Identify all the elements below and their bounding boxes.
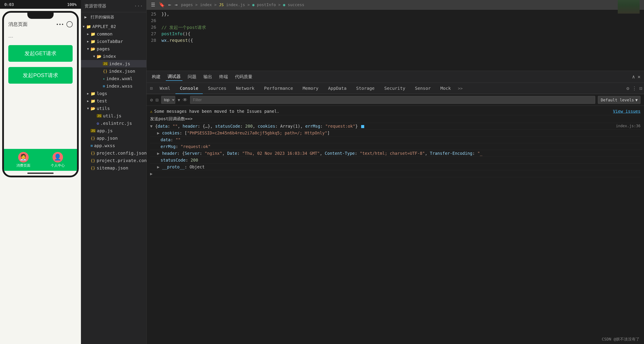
tab-wxml[interactable]: Wxml <box>155 83 174 94</box>
console-clear-icon[interactable]: ⊘ <box>150 97 153 103</box>
post-request-button[interactable]: 发起POST请求 <box>8 67 72 84</box>
tree-project-private[interactable]: {} project.private.config.js... <box>81 157 146 164</box>
tree-project-config[interactable]: {} project.config.json <box>81 149 146 157</box>
tree-index-wxss[interactable]: ⊞ index.wxss <box>81 82 146 90</box>
file-explorer: 资源管理器 ··· ▶ 打开的编辑器 ▼ 📁 APPLET_02 ▶ 📁 com… <box>81 0 146 344</box>
tree-index-json[interactable]: {} index.json <box>81 68 146 75</box>
tree-index-wxml[interactable]: ✦ index.wxml <box>81 75 146 82</box>
close-devtools-icon[interactable]: ✕ <box>638 74 640 80</box>
logs-folder-icon: 📁 <box>90 91 96 96</box>
nav-forward-icon[interactable]: → <box>174 2 178 8</box>
line-num-27: 27 <box>146 31 160 36</box>
console-line-proto: ▶ __proto__: Object <box>150 164 640 170</box>
default-levels-button[interactable]: Default levels ▼ <box>598 96 640 104</box>
tree-app-wxss[interactable]: ⊞ app.wxss <box>81 142 146 149</box>
console-log-text-1: 发送post回调函数==> <box>150 116 192 121</box>
tab-appdata[interactable]: AppData <box>324 83 351 94</box>
console-context-select[interactable]: top <box>161 96 175 104</box>
tree-app-json[interactable]: {} app.json <box>81 134 146 142</box>
open-editors-section[interactable]: ▶ 打开的编辑器 <box>81 12 146 22</box>
console-line-errmsg: errMsg: "request:ok" <box>150 143 640 150</box>
get-request-button[interactable]: 发起GET请求 <box>8 45 72 62</box>
tab-mock[interactable]: Mock <box>436 83 455 94</box>
code-line-28: 28 wx.request({ <box>146 38 644 44</box>
explorer-more-icon[interactable]: ··· <box>134 3 143 9</box>
explorer-header: 资源管理器 ··· <box>81 0 146 12</box>
phone-bottom-bar: 🧑‍💼 消费页面 👤 个人中心 <box>4 149 77 171</box>
common-arrow: ▶ <box>87 32 90 36</box>
phone-menu-dots: ••• <box>56 22 64 27</box>
phone-battery: 100% <box>67 2 76 7</box>
dock-icon[interactable]: ⊡ <box>640 86 642 91</box>
tab-memory[interactable]: Memory <box>298 83 323 94</box>
code-line-26b: 26 // 发起一个post请求 <box>146 25 644 31</box>
line-content-28: wx.request({ <box>160 38 644 43</box>
view-issues-button[interactable]: View issues <box>613 109 640 114</box>
index-folder-label: index <box>103 54 116 59</box>
phone-time: 0:03 <box>4 2 14 7</box>
tab-security[interactable]: Security <box>380 83 410 94</box>
tree-sitemap[interactable]: {} sitemap.json <box>81 164 146 172</box>
tab-storage[interactable]: Storage <box>352 83 379 94</box>
tab-console[interactable]: Console <box>176 83 202 94</box>
toolbar-debug[interactable]: 调试器 <box>166 73 182 81</box>
tree-app-js[interactable]: JS app.js <box>81 127 146 134</box>
nav-hamburger-icon[interactable]: ☰ <box>151 2 155 8</box>
tree-eslint[interactable]: ⚙ .eslintrc.js <box>81 120 146 127</box>
console-filter-input[interactable] <box>190 96 595 104</box>
chevron-up-icon[interactable]: ∧ <box>632 74 635 80</box>
console-eye-icon[interactable]: 👁 <box>183 97 188 103</box>
phone-tab-2[interactable]: 👤 个人中心 <box>51 152 65 168</box>
tab-sensor[interactable]: Sensor <box>410 83 435 94</box>
line-num-26: 26 <box>146 18 160 23</box>
test-folder-icon: 📁 <box>90 99 96 103</box>
right-panel: ☰ 🔖 ← → pages > index > JS index.js > ◉ … <box>146 0 644 344</box>
tree-index-folder[interactable]: ▼ 📂 index <box>81 53 146 60</box>
js-icon: JS <box>103 62 108 66</box>
sitemap-icon: {} <box>90 166 96 170</box>
tree-logs[interactable]: ▶ 📁 logs <box>81 90 146 97</box>
console-dropdown-arrow: ▼ <box>178 98 180 102</box>
project-private-label: project.private.config.js... <box>97 158 146 163</box>
tab-sources[interactable]: Sources <box>204 83 231 94</box>
tree-root[interactable]: ▼ 📁 APPLET_02 <box>81 23 146 30</box>
tab-performance[interactable]: Performance <box>260 83 297 94</box>
console-line-expand[interactable]: ▶ <box>150 170 640 177</box>
devtools-toolbar: 构建 调试器 问题 输出 终端 代码质量 ∧ ✕ <box>146 71 644 83</box>
nav-back-icon[interactable]: ← <box>168 2 171 8</box>
explorer-actions: ··· <box>134 3 143 9</box>
line-num-28: 28 <box>146 38 160 43</box>
tree-util-js[interactable]: JS util.js <box>81 112 146 120</box>
warning-icon: ⚠ <box>150 109 152 114</box>
appjson-icon: {} <box>90 136 96 141</box>
tree-common[interactable]: ▶ 📁 common <box>81 30 146 38</box>
expand-icon[interactable]: ▶ <box>150 171 152 176</box>
console-ref-1[interactable]: index.js:36 <box>616 124 640 128</box>
console-filter-icon[interactable]: ⊡ <box>156 97 158 103</box>
toolbar-output[interactable]: 输出 <box>202 73 214 81</box>
tab1-icon: 🧑‍💼 <box>18 152 29 162</box>
nav-bookmark-icon[interactable]: 🔖 <box>159 2 165 8</box>
logs-label: logs <box>97 91 107 96</box>
tree-index-js[interactable]: JS index.js <box>81 60 146 68</box>
toolbar-issues[interactable]: 问题 <box>186 73 198 81</box>
tree-icontabbar[interactable]: ▶ 📁 iconTabBar <box>81 38 146 45</box>
index-arrow: ▼ <box>93 55 97 58</box>
eslint-icon: ⚙ <box>97 121 99 126</box>
tree-utils[interactable]: ▼ 📂 utils <box>81 105 146 112</box>
devtools-icon-inspect[interactable]: ⊡ <box>148 84 154 93</box>
code-line-26: 26 <box>146 18 644 25</box>
utiljs-icon: JS <box>97 114 102 118</box>
toolbar-terminal[interactable]: 终端 <box>218 73 230 81</box>
tab-network[interactable]: Network <box>232 83 259 94</box>
more-options-icon[interactable]: ⋮ <box>632 86 637 91</box>
phone-tab-1[interactable]: 🧑‍💼 消费页面 <box>16 152 30 168</box>
tree-pages[interactable]: ▼ 📂 pages <box>81 45 146 53</box>
tree-test[interactable]: ▶ 📁 test <box>81 97 146 105</box>
toolbar-build[interactable]: 构建 <box>150 73 162 81</box>
settings-icon[interactable]: ⚙ <box>626 86 629 91</box>
toolbar-code-quality[interactable]: 代码质量 <box>233 73 254 81</box>
line-content-25: }}, <box>160 12 644 17</box>
tab-more-icon[interactable]: >> <box>456 84 464 92</box>
root-label: APPLET_02 <box>92 24 116 29</box>
